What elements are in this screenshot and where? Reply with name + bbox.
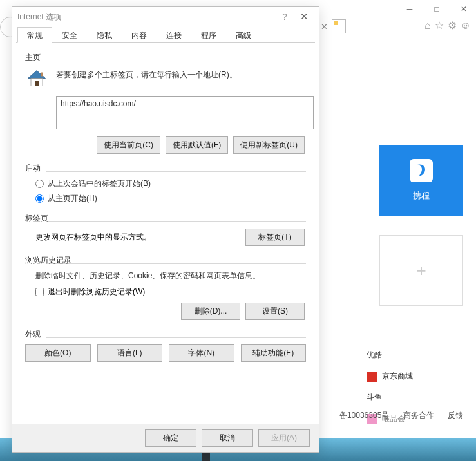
tab-programs[interactable]: 程序 — [191, 27, 226, 43]
history-desc: 删除临时文件、历史记录、Cookie、保存的密码和网页表单信息。 — [35, 270, 306, 281]
home-icon[interactable]: ⌂ — [424, 20, 431, 32]
tabs-desc: 更改网页在标签页中的显示方式。 — [35, 232, 151, 243]
use-newtab-button[interactable]: 使用新标签页(U) — [233, 136, 305, 154]
use-default-button[interactable]: 使用默认值(F) — [166, 136, 228, 154]
startup-last-session-radio[interactable]: 从上次会话中的标签页开始(B) — [35, 178, 306, 189]
dialog-title: Internet 选项 — [17, 12, 275, 23]
homepage-group-label: 主页 — [25, 52, 306, 63]
appearance-group-label: 外观 — [25, 329, 306, 340]
fonts-button[interactable]: 字体(N) — [169, 344, 234, 362]
internet-options-dialog: Internet 选项 ? ✕ 常规 安全 隐私 内容 连接 程序 高级 主页 … — [12, 6, 319, 453]
dialog-close-button[interactable]: ✕ — [294, 11, 314, 23]
link-douyu[interactable]: 斗鱼 — [367, 387, 463, 408]
use-current-button[interactable]: 使用当前页(C) — [97, 136, 160, 154]
startup-homepage-radio[interactable]: 从主页开始(H) — [35, 193, 306, 204]
tab-advanced[interactable]: 高级 — [226, 27, 261, 43]
dialog-footer: 确定 取消 应用(A) — [12, 424, 319, 452]
jd-icon — [367, 372, 377, 382]
tile-ctrip[interactable]: 携程 — [379, 145, 463, 216]
startup-group-label: 启动 — [25, 163, 306, 174]
ok-button[interactable]: 确定 — [145, 429, 196, 447]
svg-rect-3 — [41, 73, 43, 77]
tab-close-icon[interactable]: ✕ — [321, 22, 328, 32]
tab-connections[interactable]: 连接 — [157, 27, 191, 43]
colors-button[interactable]: 颜色(O) — [25, 344, 91, 362]
tile-label: 携程 — [413, 190, 430, 202]
close-window-button[interactable]: ✕ — [455, 3, 472, 15]
page-footer: 备10036305号 商务合作 反馈 — [328, 410, 463, 421]
maximize-button[interactable]: □ — [428, 3, 445, 15]
tab-privacy[interactable]: 隐私 — [87, 27, 122, 43]
history-group-label: 浏览历史记录 — [25, 255, 306, 266]
homepage-url-input[interactable] — [56, 96, 314, 129]
page-tiles: 携程 + 优酷 京东商城 斗鱼 唯品会 — [341, 39, 476, 461]
delete-on-exit-checkbox[interactable]: 退出时删除浏览历史记录(W) — [35, 287, 306, 297]
link-youku[interactable]: 优酷 — [367, 344, 463, 366]
favorites-icon[interactable]: ☆ — [435, 19, 444, 32]
dialog-help-button[interactable]: ? — [275, 12, 294, 22]
languages-button[interactable]: 语言(L) — [97, 344, 163, 362]
history-settings-button[interactable]: 设置(S) — [245, 303, 305, 320]
feedback-smiley-icon[interactable]: ☺ — [461, 20, 471, 32]
add-tile-button[interactable]: + — [379, 235, 463, 306]
minimize-button[interactable]: ─ — [401, 3, 418, 15]
homepage-hint: 若要创建多个主标签页，请在每行输入一个地址(R)。 — [56, 68, 237, 91]
tab-content[interactable]: 内容 — [122, 27, 157, 43]
home-house-icon — [25, 68, 48, 91]
biz-link[interactable]: 商务合作 — [403, 411, 434, 420]
delete-history-button[interactable]: 删除(D)... — [181, 303, 240, 320]
new-tab-button[interactable] — [332, 19, 346, 33]
svg-rect-2 — [35, 81, 39, 86]
ctrip-logo-icon — [410, 159, 433, 182]
tab-general[interactable]: 常规 — [17, 27, 52, 43]
link-jd[interactable]: 京东商城 — [367, 366, 463, 387]
settings-gear-icon[interactable]: ⚙ — [448, 19, 457, 32]
tabs-group-label: 标签页 — [25, 213, 306, 224]
accessibility-button[interactable]: 辅助功能(E) — [241, 344, 307, 362]
icp-text: 备10036305号 — [339, 411, 389, 420]
tab-security[interactable]: 安全 — [52, 27, 87, 43]
feedback-link[interactable]: 反馈 — [448, 411, 463, 420]
dialog-tabs: 常规 安全 隐私 内容 连接 程序 高级 — [16, 26, 315, 43]
apply-button[interactable]: 应用(A) — [258, 429, 310, 447]
cancel-button[interactable]: 取消 — [202, 429, 253, 447]
tabs-settings-button[interactable]: 标签页(T) — [245, 229, 305, 246]
